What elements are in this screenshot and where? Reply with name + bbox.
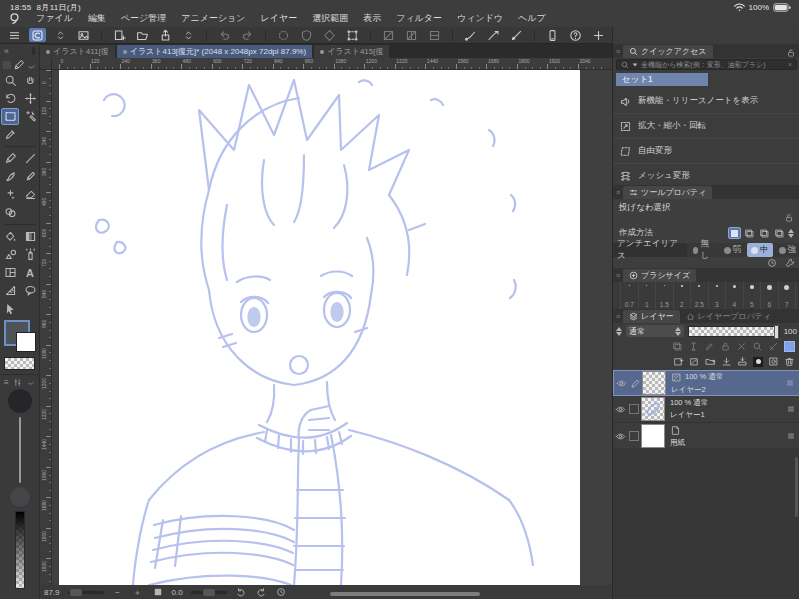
brush-size-cell-3[interactable]: 2 xyxy=(674,282,692,309)
home-indicator[interactable] xyxy=(330,592,480,596)
menu-item-7[interactable]: フィルター xyxy=(396,12,442,25)
current-subtool-row[interactable] xyxy=(0,58,39,72)
transparent-color-chip[interactable] xyxy=(4,357,35,370)
newvector-icon[interactable] xyxy=(689,356,700,367)
snap-ruler-button[interactable] xyxy=(426,28,443,42)
tool-move[interactable] xyxy=(21,90,39,107)
unlock-icon[interactable] xyxy=(784,213,794,223)
tpin-icon[interactable] xyxy=(688,341,699,352)
tool-eyedropper[interactable] xyxy=(1,126,19,143)
tool-decoration[interactable] xyxy=(1,186,19,203)
layer-menu-icon[interactable] xyxy=(786,431,796,441)
antialias-option-0[interactable]: 無し xyxy=(689,237,717,263)
brush-size-cell-8[interactable]: 6 xyxy=(761,282,779,309)
menu-item-4[interactable]: レイヤー xyxy=(261,12,298,25)
zoom-in-button[interactable]: ＋ xyxy=(132,586,144,598)
menu-item-8[interactable]: ウィンドウ xyxy=(457,12,503,25)
menu-item-3[interactable]: アニメーション xyxy=(181,12,245,25)
tool-ruler[interactable] xyxy=(1,282,19,299)
brush-size-cell-1[interactable]: 1 xyxy=(639,282,657,309)
tab-layer[interactable]: レイヤー xyxy=(623,310,680,323)
clip-studio-logo-icon[interactable] xyxy=(8,12,21,25)
layer-editing-mark[interactable] xyxy=(628,378,642,389)
invert-selection-button[interactable] xyxy=(321,28,338,42)
reset-tool-icon[interactable] xyxy=(767,258,777,268)
line-width-correct-button[interactable] xyxy=(508,28,525,42)
rotation-slider-handle[interactable] xyxy=(203,589,215,596)
panel-scrollbar[interactable] xyxy=(795,457,798,517)
secondary-color-chip[interactable] xyxy=(16,332,36,352)
tool-blend[interactable] xyxy=(1,204,19,221)
csp-home-button[interactable] xyxy=(29,28,46,42)
newfolder-icon[interactable] xyxy=(705,356,716,367)
mergedown-icon[interactable] xyxy=(737,356,748,367)
menu-item-2[interactable]: ページ管理 xyxy=(121,12,166,25)
layer-thumbnail[interactable] xyxy=(641,424,665,448)
menu-item-6[interactable]: 表示 xyxy=(363,12,381,25)
menu-item-0[interactable]: ファイル xyxy=(36,12,73,25)
sparkq-icon[interactable] xyxy=(752,341,763,352)
tool-gradient[interactable] xyxy=(21,228,39,245)
zoom-out-button[interactable]: − xyxy=(112,586,124,598)
applymask-icon[interactable] xyxy=(768,356,779,367)
collapse-icon[interactable]: « xyxy=(4,46,9,56)
transform-button[interactable] xyxy=(344,28,361,42)
brush-size-cell-2[interactable]: 1.5 xyxy=(656,282,674,309)
layer-menu-icon[interactable] xyxy=(786,404,796,414)
opacity-slider-handle[interactable] xyxy=(774,325,779,339)
menu-item-9[interactable]: ヘルプ xyxy=(518,12,546,25)
brush-size-cell-4[interactable]: 2.5 xyxy=(691,282,709,309)
main-menu-button[interactable] xyxy=(6,28,23,42)
brush-size-cell-5[interactable]: 3 xyxy=(709,282,727,309)
correct-line-button[interactable] xyxy=(462,28,479,42)
layer-checkbox[interactable] xyxy=(627,404,641,414)
wrench-icon[interactable] xyxy=(785,258,795,268)
redo-button[interactable] xyxy=(239,28,256,42)
search-input[interactable]: 全機能から検索(例：変形、油彩ブラシ) × xyxy=(616,59,797,70)
brush-size-cell-9[interactable]: 7 xyxy=(779,282,797,309)
tab-quick-access[interactable]: クイックアクセス xyxy=(623,45,713,58)
layer-menu-icon[interactable] xyxy=(785,378,795,388)
zoom-slider[interactable] xyxy=(68,591,104,594)
tab-tool-property[interactable]: ツールプロパティ xyxy=(623,186,712,199)
tool-rotate-canvas[interactable] xyxy=(1,90,19,107)
maskcircle-icon[interactable] xyxy=(753,357,763,367)
tool-figure[interactable] xyxy=(1,246,19,263)
panel-grip-icon[interactable]: ≡ xyxy=(4,378,9,387)
bluesq-icon[interactable] xyxy=(784,341,795,352)
antialias-option-3[interactable]: 強 xyxy=(775,243,799,257)
tool-pencil[interactable] xyxy=(21,150,39,167)
brush-size-cell-6[interactable]: 4 xyxy=(726,282,744,309)
companion-mode-button[interactable] xyxy=(544,28,561,42)
rotation-slider[interactable] xyxy=(191,591,227,594)
droppersm-icon[interactable] xyxy=(704,341,715,352)
opacity-gradient-strip[interactable] xyxy=(15,511,25,589)
rotate-ccw-button[interactable] xyxy=(235,586,247,598)
open-file-button[interactable] xyxy=(134,28,151,42)
brush-size-cell-partial[interactable] xyxy=(613,282,621,309)
tab-layer-property[interactable]: レイヤープロパティ xyxy=(680,310,778,323)
panel-grip-icon[interactable]: ≡ xyxy=(613,45,623,58)
lock-icon[interactable] xyxy=(786,48,796,58)
chevron-down-icon[interactable] xyxy=(633,63,638,66)
undo-button[interactable] xyxy=(216,28,233,42)
panel-grip-icon[interactable]: ≡ xyxy=(613,269,623,282)
help-button[interactable] xyxy=(567,28,584,42)
export-options-button[interactable] xyxy=(180,28,197,42)
brush-size-cell-0[interactable]: 0.7 xyxy=(621,282,639,309)
rotate-cw-button[interactable] xyxy=(255,586,267,598)
workspace-switch-button[interactable] xyxy=(52,28,69,42)
penx-icon[interactable] xyxy=(736,341,747,352)
document-tab-1[interactable]: イラスト413[復元]* (2048 x 2048px 72dpi 87.9%) xyxy=(117,45,312,58)
layer-checkbox[interactable] xyxy=(627,431,641,441)
eye-icon[interactable] xyxy=(615,431,626,442)
eye-icon[interactable] xyxy=(616,378,627,389)
tab-brush-size[interactable]: ブラシサイズ xyxy=(623,269,696,282)
document-tab-0[interactable]: イラスト411[復 xyxy=(40,45,115,58)
tool-spray[interactable] xyxy=(21,246,39,263)
vector-correct-button[interactable] xyxy=(485,28,502,42)
slashpen-icon[interactable] xyxy=(768,341,779,352)
newlayer-icon[interactable] xyxy=(673,356,684,367)
brush-preview-faint[interactable] xyxy=(10,487,30,507)
blend-mode-select[interactable]: 通常 xyxy=(626,325,684,337)
